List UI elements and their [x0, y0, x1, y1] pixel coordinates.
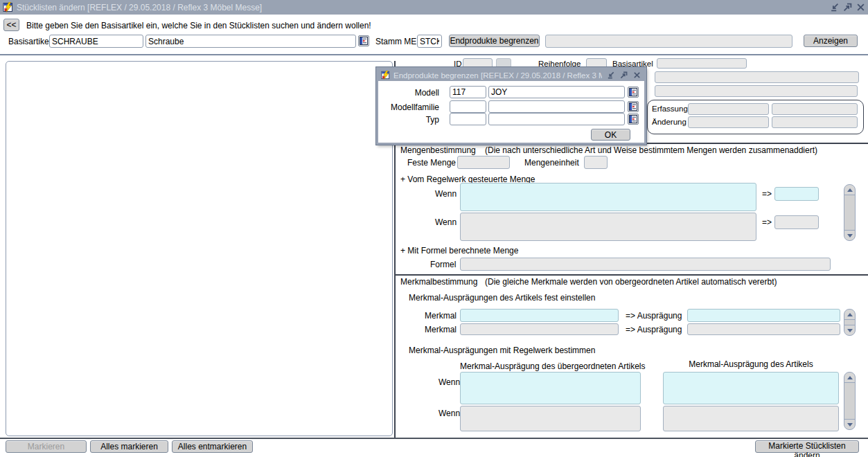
stamm-me-label: Stamm ME: [375, 37, 416, 46]
basisartikel-name-input[interactable]: [145, 35, 356, 48]
auspraegung2-field[interactable]: [687, 323, 840, 335]
menge-wert2-field[interactable]: [774, 215, 819, 229]
dialog-minimize-icon[interactable]: [605, 71, 615, 80]
basisartikel-code-input[interactable]: [49, 35, 143, 48]
mengeneinheit-field[interactable]: [584, 156, 608, 169]
auspraegung2-label: => Ausprägung: [626, 325, 682, 334]
artikel-bezeichnung-field[interactable]: [655, 71, 859, 83]
stuecklisten-list[interactable]: [6, 61, 393, 436]
anzeigen-button[interactable]: Anzeigen: [804, 35, 858, 47]
footer-separator: [0, 438, 868, 439]
merkmal-section-note: (Die gleiche Merkmale werden von obergeo…: [485, 277, 777, 287]
alles-entmarkieren-button[interactable]: Alles entmarkieren: [172, 440, 253, 453]
menge-wenn1-label: Wenn: [435, 189, 457, 199]
merkmal-col2-header: Merkmal-Ausprägung des Artikels: [663, 359, 839, 369]
aenderung-user-field[interactable]: [772, 116, 858, 128]
dialog-titlebar: Endprodukte begrenzen [REFLEX / 29.05.20…: [378, 69, 644, 81]
formel-field[interactable]: [460, 258, 831, 271]
app-icon: [3, 2, 13, 12]
minimize-icon[interactable]: [829, 3, 839, 12]
menge-wenn2-textarea[interactable]: [460, 213, 756, 241]
menge-scrollbar[interactable]: [844, 184, 856, 241]
menge-arrow1-label: =>: [762, 189, 772, 199]
menge-wenn2-label: Wenn: [435, 217, 457, 227]
merkmal1-label: Merkmal: [425, 311, 457, 321]
erfassung-datum-field[interactable]: [688, 103, 769, 115]
modellfamilie-code-input[interactable]: [450, 100, 486, 113]
alles-markieren-button[interactable]: Alles markieren: [90, 440, 168, 453]
auspraegung1-field[interactable]: [687, 309, 840, 322]
markieren-button[interactable]: Markieren: [6, 440, 87, 453]
scroll-thumb[interactable]: [844, 319, 855, 325]
scroll-down-icon[interactable]: [844, 325, 855, 335]
regel-wenn2-label: Wenn: [439, 409, 460, 418]
endprodukte-begrenzen-dialog: Endprodukte begrenzen [REFLEX / 29.05.20…: [376, 67, 646, 145]
typ-label: Typ: [384, 115, 439, 125]
scroll-thumb[interactable]: [844, 195, 855, 231]
header-separator: [0, 54, 868, 55]
scroll-up-icon[interactable]: [844, 310, 855, 319]
modell-name-input[interactable]: [488, 86, 625, 98]
list-of-values-icon: [360, 37, 368, 45]
markierte-aendern-button[interactable]: Markierte Stücklisten ändern: [755, 440, 859, 453]
endprodukte-filter-field[interactable]: [545, 35, 792, 48]
scroll-down-icon[interactable]: [844, 420, 855, 429]
ok-button[interactable]: OK: [591, 129, 630, 141]
regel-wenn1-artikel-textarea[interactable]: [663, 372, 839, 404]
regelwerk-scrollbar[interactable]: [844, 372, 856, 430]
typ-code-input[interactable]: [450, 113, 486, 125]
menge-wenn1-textarea[interactable]: [460, 183, 756, 211]
merkmal2-label: Merkmal: [425, 325, 457, 334]
modell-lookup-button[interactable]: [628, 87, 639, 98]
merkmal-scrollbar[interactable]: [844, 309, 856, 336]
modell-label: Modell: [384, 88, 439, 98]
basisartikel-lookup-button[interactable]: [358, 35, 369, 46]
stamm-me-field[interactable]: [417, 35, 442, 48]
modellfamilie-name-input[interactable]: [488, 100, 625, 113]
restore-icon[interactable]: [842, 3, 852, 12]
menge-wert1-field[interactable]: [774, 187, 819, 201]
regel-wenn2-artikel-textarea[interactable]: [663, 406, 839, 431]
dialog-title: Endprodukte begrenzen [REFLEX / 29.05.20…: [393, 71, 602, 80]
feste-menge-field[interactable]: [457, 156, 510, 169]
scroll-up-icon[interactable]: [844, 185, 855, 195]
endprodukte-begrenzen-button[interactable]: Endprodukte begrenzen: [449, 35, 540, 47]
list-of-values-icon: [629, 88, 637, 96]
merkmal1-field[interactable]: [460, 309, 619, 322]
regel-wenn1-parent-textarea[interactable]: [460, 372, 641, 404]
regel-wenn1-label: Wenn: [439, 377, 460, 387]
window-titlebar: Stücklisten ändern [REFLEX / 29.05.2018 …: [0, 0, 868, 15]
dialog-restore-icon[interactable]: [619, 71, 628, 80]
merkmal-fest-title: Merkmal-Ausprägungen des Artikels fest e…: [409, 293, 595, 303]
back-button[interactable]: <<: [3, 19, 19, 31]
detail-basisartikel-field[interactable]: [657, 58, 747, 69]
modell-code-input[interactable]: [450, 86, 486, 98]
close-icon[interactable]: [856, 3, 865, 12]
dialog-close-icon[interactable]: [632, 71, 641, 80]
aenderung-datum-field[interactable]: [688, 116, 769, 128]
erfassung-user-field[interactable]: [772, 103, 858, 115]
merkmal-col1-header: Merkmal-Ausprägung des übergeordneten Ar…: [460, 361, 641, 371]
list-of-values-icon: [629, 102, 637, 111]
typ-lookup-button[interactable]: [628, 114, 639, 125]
merkmal-regelwerk-title: Merkmal-Ausprägungen mit Regelwerk besti…: [409, 346, 595, 355]
basisartikel-label: Basisartikel: [8, 37, 51, 46]
stuecklisten-aendern-window: Stücklisten ändern [REFLEX / 29.05.2018 …: [0, 0, 868, 457]
modellfamilie-lookup-button[interactable]: [628, 101, 639, 112]
window-title: Stücklisten ändern [REFLEX / 29.05.2018 …: [17, 3, 826, 12]
aenderung-label: Änderung: [652, 118, 687, 126]
menge-section-title: Mengenbestimmung: [400, 145, 476, 155]
scroll-up-icon[interactable]: [844, 373, 855, 382]
scroll-thumb[interactable]: [844, 382, 855, 420]
instruction-text: Bitte geben Sie den Basisartikel ein, we…: [26, 21, 371, 30]
merkmal2-field[interactable]: [460, 323, 619, 335]
merkmal-section-line: [394, 274, 868, 276]
formel-label: Formel: [430, 260, 456, 269]
typ-name-input[interactable]: [488, 113, 625, 125]
regel-wenn2-parent-textarea[interactable]: [460, 406, 641, 431]
feste-menge-label: Feste Menge: [407, 158, 456, 168]
merkmal-section-title: Merkmalbestimmung: [400, 277, 477, 287]
menge-arrow2-label: =>: [762, 217, 772, 227]
scroll-down-icon[interactable]: [844, 231, 855, 240]
artikel-zusatz-field[interactable]: [655, 85, 858, 97]
